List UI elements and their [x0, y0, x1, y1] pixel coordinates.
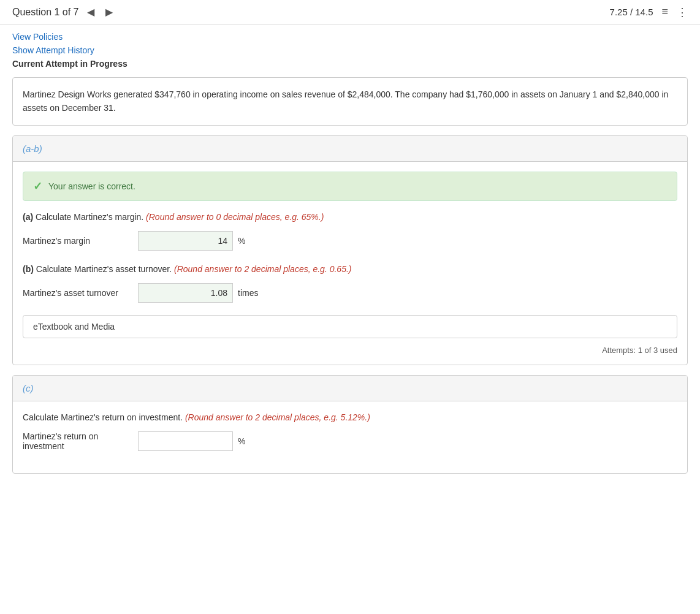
- section-c-header: (c): [13, 376, 687, 401]
- main-content: View Policies Show Attempt History Curre…: [0, 25, 700, 491]
- problem-box: Martinez Design Works generated $347,760…: [12, 77, 688, 126]
- part-a-label: (a) Calculate Martinez's margin. (Round …: [23, 211, 677, 224]
- part-c-input-row: Martinez's return on investment %: [23, 431, 677, 451]
- part-a-input[interactable]: [138, 231, 233, 251]
- prev-button[interactable]: ◀: [84, 5, 97, 19]
- section-ab-card: (a-b) ✓ Your answer is correct. (a) Calc…: [12, 135, 688, 365]
- part-c-input[interactable]: [138, 431, 233, 451]
- part-c-label: Calculate Martinez's return on investmen…: [23, 411, 677, 424]
- part-b-input[interactable]: [138, 283, 233, 303]
- show-attempt-history-link[interactable]: Show Attempt History: [12, 45, 688, 55]
- part-a-input-row: Martinez's margin %: [23, 231, 677, 251]
- section-ab-header: (a-b): [13, 136, 687, 162]
- view-policies-link[interactable]: View Policies: [12, 32, 688, 42]
- correct-banner: ✓ Your answer is correct.: [23, 172, 677, 201]
- question-counter: Question 1 of 7: [12, 7, 79, 18]
- part-c-field-label: Martinez's return on investment: [23, 431, 133, 451]
- more-options-button[interactable]: ⋮: [677, 6, 688, 19]
- part-a-unit: %: [238, 236, 245, 246]
- correct-message: Your answer is correct.: [48, 181, 135, 191]
- part-b-text: Calculate Martinez's asset turnover.: [34, 264, 172, 274]
- part-a-bold: (a): [23, 212, 33, 222]
- header-left: Question 1 of 7 ◀ ▶: [12, 5, 116, 19]
- part-b-bold: (b): [23, 264, 34, 274]
- part-a-hint: (Round answer to 0 decimal places, e.g. …: [143, 212, 324, 222]
- section-c-body: Calculate Martinez's return on investmen…: [13, 401, 687, 473]
- part-b-hint: (Round answer to 2 decimal places, e.g. …: [172, 264, 351, 274]
- list-icon-button[interactable]: ≡: [661, 6, 668, 18]
- etextbook-button[interactable]: eTextbook and Media: [23, 315, 677, 338]
- part-c-hint: (Round answer to 2 decimal places, e.g. …: [183, 412, 370, 422]
- header: Question 1 of 7 ◀ ▶ 7.25 / 14.5 ≡ ⋮: [0, 0, 700, 25]
- part-a-field-label: Martinez's margin: [23, 236, 133, 246]
- attempts-text: Attempts: 1 of 3 used: [23, 346, 677, 355]
- problem-text: Martinez Design Works generated $347,760…: [23, 88, 677, 115]
- part-c-unit: %: [238, 436, 245, 446]
- part-a-text: Calculate Martinez's margin.: [33, 212, 143, 222]
- checkmark-icon: ✓: [33, 180, 42, 193]
- part-b-input-row: Martinez's asset turnover times: [23, 283, 677, 303]
- section-ab-label: (a-b): [23, 143, 42, 154]
- section-c-label: (c): [23, 383, 34, 393]
- score-display: 7.25 / 14.5: [610, 7, 653, 17]
- part-c-text: Calculate Martinez's return on investmen…: [23, 412, 183, 422]
- header-right: 7.25 / 14.5 ≡ ⋮: [610, 6, 688, 19]
- part-b-field-label: Martinez's asset turnover: [23, 288, 133, 298]
- current-attempt-label: Current Attempt in Progress: [12, 59, 688, 69]
- section-ab-body: ✓ Your answer is correct. (a) Calculate …: [13, 162, 687, 365]
- part-b-unit: times: [238, 288, 258, 298]
- section-c-card: (c) Calculate Martinez's return on inves…: [12, 375, 688, 474]
- next-button[interactable]: ▶: [102, 5, 116, 19]
- part-b-label: (b) Calculate Martinez's asset turnover.…: [23, 263, 677, 276]
